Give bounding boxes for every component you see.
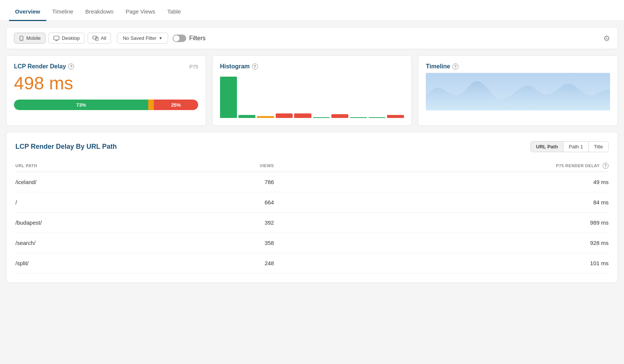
mobile-icon xyxy=(19,36,24,41)
filter-bar: Mobile Desktop All No Saved Filter ▼ Fil… xyxy=(6,27,618,49)
lcp-green-segment: 73% xyxy=(14,100,148,110)
table-header-row: LCP Render Delay By URL Path URL Path Pa… xyxy=(15,141,609,152)
cards-row: LCP Render Delay ? P75 498 ms 73% 25% Hi… xyxy=(6,55,618,126)
histogram-bar-9 xyxy=(387,115,404,118)
mobile-label: Mobile xyxy=(26,35,41,41)
timeline-chart xyxy=(426,73,610,110)
settings-icon[interactable]: ⚙ xyxy=(603,34,610,43)
tab-pageviews[interactable]: Page Views xyxy=(120,2,161,21)
histogram-bars xyxy=(220,73,404,118)
row-delay-3: 928 ms xyxy=(274,233,609,253)
all-label: All xyxy=(101,35,106,41)
row-delay-2: 989 ms xyxy=(274,213,609,233)
histogram-bar-1 xyxy=(238,115,255,118)
delay-help-icon[interactable]: ? xyxy=(603,163,609,169)
table-row[interactable]: /66484 ms xyxy=(15,192,609,213)
row-views-2: 392 xyxy=(183,213,274,233)
lcp-value: 498 ms xyxy=(14,73,198,94)
segment-buttons: URL Path Path 1 Title xyxy=(530,141,609,152)
lcp-yellow-segment xyxy=(148,100,154,110)
col-header-path: URL PATH xyxy=(15,160,183,172)
device-desktop-button[interactable]: Desktop xyxy=(49,33,85,44)
row-path-0: /iceland/ xyxy=(15,172,183,192)
row-views-1: 664 xyxy=(183,192,274,213)
device-all-button[interactable]: All xyxy=(88,33,111,44)
histogram-bar-8 xyxy=(369,117,386,118)
row-path-3: /search/ xyxy=(15,233,183,253)
row-views-0: 786 xyxy=(183,172,274,192)
lcp-red-segment: 25% xyxy=(154,100,198,110)
table-row[interactable]: /budapest/392989 ms xyxy=(15,213,609,233)
timeline-svg xyxy=(426,73,610,110)
toggle-knob xyxy=(173,35,179,41)
table-column-headers: URL PATH VIEWS P75 RENDER DELAY ? xyxy=(15,160,609,172)
row-views-3: 358 xyxy=(183,233,274,253)
row-views-4: 248 xyxy=(183,253,274,273)
row-delay-4: 101 ms xyxy=(274,253,609,273)
filters-toggle[interactable]: Filters xyxy=(173,35,206,42)
timeline-title-text: Timeline xyxy=(426,63,450,70)
lcp-progress-bar: 73% 25% xyxy=(14,100,198,110)
row-delay-0: 49 ms xyxy=(274,172,609,192)
tab-breakdown[interactable]: Breakdown xyxy=(79,2,120,21)
all-icon xyxy=(93,36,99,41)
timeline-title: Timeline ? xyxy=(426,63,459,70)
desktop-icon xyxy=(53,36,59,41)
segment-urlpath-button[interactable]: URL Path xyxy=(531,142,563,152)
histogram-card: Histogram ? xyxy=(212,55,412,126)
row-path-4: /split/ xyxy=(15,253,183,273)
url-path-table: URL PATH VIEWS P75 RENDER DELAY ? /icela… xyxy=(15,160,609,273)
svg-rect-2 xyxy=(54,36,59,40)
timeline-card: Timeline ? xyxy=(418,55,618,126)
histogram-title: Histogram ? xyxy=(220,63,258,70)
table-title: LCP Render Delay By URL Path xyxy=(15,143,117,151)
table-row[interactable]: /split/248101 ms xyxy=(15,253,609,273)
timeline-card-header: Timeline ? xyxy=(426,63,610,70)
histogram-bar-5 xyxy=(313,117,330,118)
row-path-2: /budapest/ xyxy=(15,213,183,233)
histogram-bar-3 xyxy=(276,113,293,118)
table-row[interactable]: /iceland/78649 ms xyxy=(15,172,609,192)
saved-filter-button[interactable]: No Saved Filter ▼ xyxy=(117,33,168,44)
lcp-help-icon[interactable]: ? xyxy=(68,63,74,69)
desktop-label: Desktop xyxy=(62,35,80,41)
histogram-bar-2 xyxy=(257,116,274,118)
svg-rect-5 xyxy=(93,36,97,39)
row-delay-1: 84 ms xyxy=(274,192,609,213)
device-mobile-button[interactable]: Mobile xyxy=(14,33,46,44)
segment-path1-button[interactable]: Path 1 xyxy=(563,142,589,152)
table-section: LCP Render Delay By URL Path URL Path Pa… xyxy=(6,132,618,283)
lcp-card-header: LCP Render Delay ? P75 xyxy=(14,63,198,70)
toggle-track[interactable] xyxy=(173,35,186,42)
histogram-bar-4 xyxy=(294,113,311,118)
row-path-1: / xyxy=(15,192,183,213)
lcp-card: LCP Render Delay ? P75 498 ms 73% 25% xyxy=(6,55,206,126)
histogram-help-icon[interactable]: ? xyxy=(252,63,258,69)
tab-overview[interactable]: Overview xyxy=(9,2,46,21)
histogram-card-header: Histogram ? xyxy=(220,63,404,70)
saved-filter-label: No Saved Filter xyxy=(123,35,156,41)
lcp-title-text: LCP Render Delay xyxy=(14,63,66,70)
segment-title-button[interactable]: Title xyxy=(589,142,608,152)
chevron-down-icon: ▼ xyxy=(159,36,162,40)
filters-label: Filters xyxy=(189,35,206,42)
lcp-title: LCP Render Delay ? xyxy=(14,63,74,70)
histogram-bar-0 xyxy=(220,77,237,118)
tab-table[interactable]: Table xyxy=(161,2,187,21)
col-header-views: VIEWS xyxy=(183,160,274,172)
tab-timeline[interactable]: Timeline xyxy=(46,2,79,21)
histogram-bar-7 xyxy=(350,117,367,118)
histogram-bar-6 xyxy=(331,114,348,118)
svg-point-1 xyxy=(21,39,22,40)
lcp-badge: P75 xyxy=(190,64,198,69)
histogram-title-text: Histogram xyxy=(220,63,250,70)
col-header-delay: P75 RENDER DELAY ? xyxy=(274,160,609,172)
navigation: Overview Timeline Breakdown Page Views T… xyxy=(0,0,624,21)
table-row[interactable]: /search/358928 ms xyxy=(15,233,609,253)
timeline-help-icon[interactable]: ? xyxy=(452,63,459,69)
